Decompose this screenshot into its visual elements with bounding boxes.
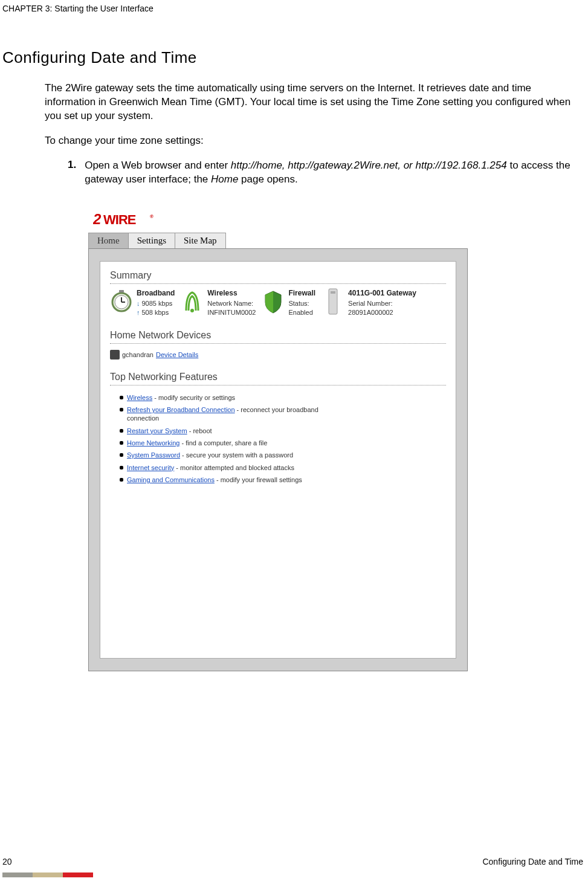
feature-text: - modify security or settings [152, 394, 235, 401]
feature-text: - modify your firewall settings [215, 476, 302, 483]
device-row: gchandran Device Details [110, 349, 446, 363]
broadband-down: 9085 kbps [142, 299, 173, 308]
summary-gateway: 4011G-001 Gateway Serial Number: 28091A0… [321, 289, 420, 317]
page-footer: 20 Configuring Date and Time [2, 857, 583, 866]
gateway-value: 28091A000002 [348, 309, 393, 316]
step-number: 1. [68, 159, 76, 187]
footer-title: Configuring Date and Time [482, 857, 583, 866]
page-number: 20 [2, 857, 12, 866]
wireless-title: Wireless [207, 289, 256, 298]
devices-heading: Home Network Devices [110, 327, 446, 342]
instruction-step-1: 1. Open a Web browser and enter http://h… [68, 159, 582, 187]
shield-icon [262, 289, 285, 314]
features-heading: Top Networking Features [110, 369, 446, 384]
step-url-italic: http://home, http://gateway.2Wire.net, o… [231, 160, 507, 171]
feature-item: System Password - secure your system wit… [120, 449, 349, 461]
divider [110, 343, 446, 344]
clock-icon [110, 289, 133, 314]
bullet-icon [120, 429, 123, 433]
footer-color-bar [2, 872, 93, 877]
divider [110, 283, 446, 284]
feature-link-gaming[interactable]: Gaming and Communications [127, 476, 215, 483]
instruction-list: 1. Open a Web browser and enter http://h… [0, 148, 588, 187]
divider [110, 385, 446, 385]
bullet-icon [120, 478, 123, 482]
device-name: gchandran [122, 351, 153, 358]
summary-broadband: Broadband ↓ 9085 kbps ↑ 508 kbps [110, 289, 178, 317]
firewall-title: Firewall [288, 289, 315, 298]
bullet-icon [120, 466, 123, 469]
feature-link-home-networking[interactable]: Home Networking [127, 439, 179, 447]
svg-text:®: ® [150, 214, 153, 219]
feature-link-restart[interactable]: Restart your System [127, 427, 187, 434]
svg-text:2: 2 [93, 211, 102, 227]
step-home-italic: Home [211, 173, 238, 185]
footer-seg-red [63, 872, 93, 877]
firewall-label: Status: [288, 300, 309, 307]
gateway-device-icon [321, 289, 344, 314]
feature-item: Gaming and Communications - modify your … [120, 474, 349, 486]
feature-link-refresh[interactable]: Refresh your Broadband Connection [127, 406, 235, 413]
bullet-icon [120, 396, 123, 399]
features-list: Wireless - modify security or settings R… [110, 390, 446, 486]
tab-sitemap[interactable]: Site Map [175, 233, 226, 248]
feature-item: Refresh your Broadband Connection - reco… [120, 404, 349, 425]
computer-icon [110, 350, 120, 360]
tab-home[interactable]: Home [88, 233, 129, 248]
arrow-up-icon: ↑ [137, 308, 140, 317]
feature-text: - find a computer, share a file [179, 439, 267, 447]
summary-row: Broadband ↓ 9085 kbps ↑ 508 kbps [110, 289, 446, 317]
svg-text:WIRE: WIRE [103, 212, 136, 227]
gateway-label: Serial Number: [348, 300, 392, 307]
chapter-header: CHAPTER 3: Starting the User Interface [0, 0, 588, 13]
bullet-icon [120, 453, 123, 457]
feature-text: - reboot [187, 427, 212, 434]
gateway-screenshot: 2 WIRE ® Home Settings Site Map Summary [88, 211, 468, 671]
device-details-link[interactable]: Device Details [156, 351, 198, 358]
feature-link-system-password[interactable]: System Password [127, 451, 180, 459]
feature-item: Home Networking - find a computer, share… [120, 437, 349, 449]
footer-seg-tan [33, 872, 63, 877]
footer-seg-grey [2, 872, 33, 877]
broadband-up: 508 kbps [142, 308, 169, 317]
bullet-icon [120, 441, 123, 445]
step-text: Open a Web browser and enter http://home… [85, 159, 582, 187]
feature-link-wireless[interactable]: Wireless [127, 394, 152, 401]
feature-link-internet-security[interactable]: Internet security [127, 464, 174, 471]
svg-point-8 [190, 309, 194, 312]
section-title: Configuring Date and Time [0, 13, 588, 67]
intro-paragraph: The 2Wire gateway sets the time automati… [0, 67, 588, 123]
summary-wireless: Wireless Network Name: INFINITUM0002 [181, 289, 259, 317]
summary-heading: Summary [110, 268, 446, 282]
summary-firewall: Firewall Status: Enabled [262, 289, 319, 317]
wireless-value: INFINITUM0002 [207, 309, 256, 316]
firewall-value: Enabled [288, 309, 312, 316]
instruction-lead: To change your time zone settings: [0, 123, 588, 148]
feature-item: Wireless - modify security or settings [120, 392, 349, 404]
svg-rect-7 [119, 290, 124, 292]
feature-text: - monitor attempted and blocked attacks [174, 464, 294, 471]
wireless-label: Network Name: [207, 300, 253, 307]
gateway-title: 4011G-001 Gateway [348, 289, 416, 298]
step-text-part: page opens. [238, 173, 297, 185]
gateway-panel: Summary Broadband [100, 261, 456, 659]
broadband-title: Broadband [137, 289, 175, 298]
gateway-frame: Summary Broadband [88, 248, 468, 671]
wireless-icon [181, 289, 204, 314]
feature-item: Internet security - monitor attempted an… [120, 462, 349, 474]
feature-item: Restart your System - reboot [120, 425, 349, 437]
tab-bar: Home Settings Site Map [88, 233, 468, 248]
step-text-part: Open a Web browser and enter [85, 160, 231, 171]
tab-settings[interactable]: Settings [128, 233, 175, 248]
svg-rect-10 [331, 291, 335, 294]
feature-text: - secure your system with a password [180, 451, 293, 459]
arrow-down-icon: ↓ [137, 299, 140, 308]
twowire-logo: 2 WIRE ® [88, 211, 468, 233]
bullet-icon [120, 408, 123, 411]
